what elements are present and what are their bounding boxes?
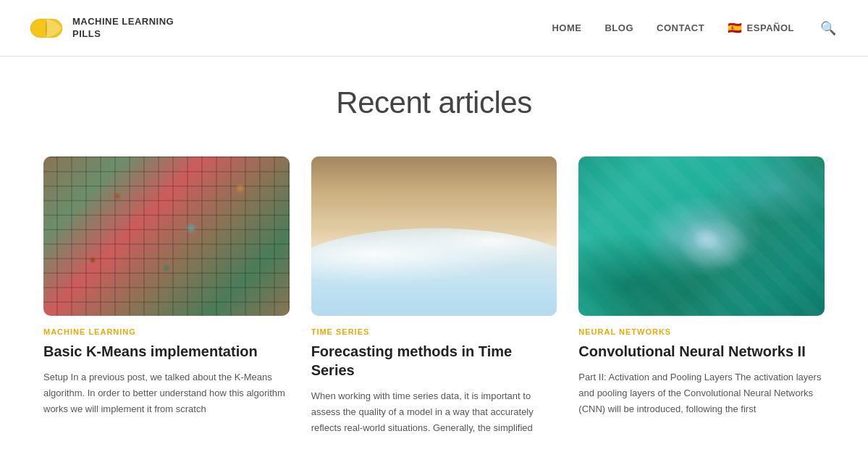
nav-language[interactable]: 🇪🇸 ESPAÑOL [728,21,794,35]
article-category: TIME SERIES [311,327,557,336]
article-excerpt: Part II: Activation and Pooling Layers T… [578,369,825,417]
article-image[interactable] [311,156,557,316]
nav-blog[interactable]: BLOG [604,22,633,33]
article-card: NEURAL NETWORKS Convolutional Neural Net… [578,156,825,436]
article-excerpt: When working with time series data, it i… [311,388,557,436]
section-title: Recent articles [43,85,825,120]
flag-icon: 🇪🇸 [728,21,743,35]
article-excerpt: Setup In a previous post, we talked abou… [43,369,290,417]
main-content: Recent articles MACHINE LEARNING Basic K… [0,56,868,452]
article-image[interactable] [43,156,290,316]
svg-point-2 [46,20,47,36]
search-icon: 🔍 [820,21,836,35]
article-title[interactable]: Convolutional Neural Networks II [578,342,825,361]
nav-contact[interactable]: CONTACT [657,22,704,33]
article-category: NEURAL NETWORKS [578,327,825,336]
article-card: TIME SERIES Forecasting methods in Time … [311,156,557,436]
article-image[interactable] [578,156,825,316]
article-category: MACHINE LEARNING [43,327,290,336]
logo-icon [29,18,64,38]
search-button[interactable]: 🔍 [817,17,839,39]
main-nav: HOME BLOG CONTACT 🇪🇸 ESPAÑOL 🔍 [552,17,839,39]
site-header: MACHINE LEARNING PILLS HOME BLOG CONTACT… [0,0,868,56]
article-card: MACHINE LEARNING Basic K-Means implement… [43,156,290,436]
nav-home[interactable]: HOME [552,22,581,33]
logo[interactable]: MACHINE LEARNING PILLS [29,16,174,41]
article-title[interactable]: Basic K-Means implementation [43,342,290,361]
logo-text: MACHINE LEARNING PILLS [72,16,174,41]
articles-grid: MACHINE LEARNING Basic K-Means implement… [43,156,825,436]
lang-label: ESPAÑOL [747,22,794,33]
article-title[interactable]: Forecasting methods in Time Series [311,342,557,380]
